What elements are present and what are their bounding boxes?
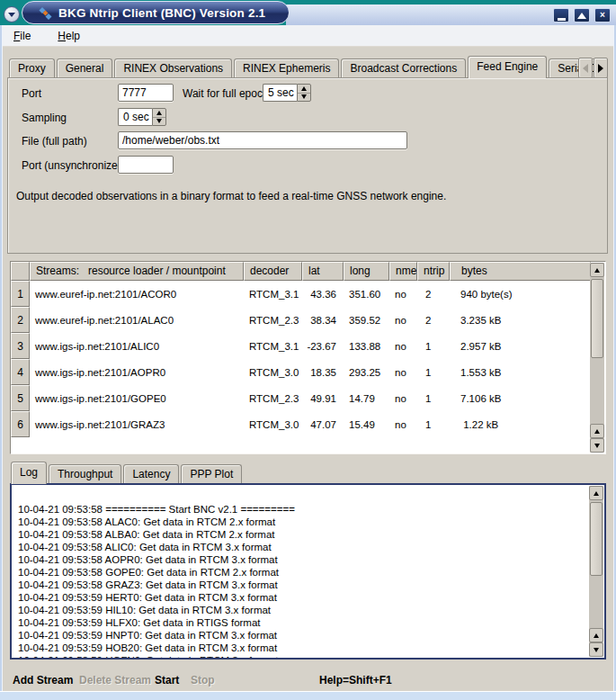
cell-long[interactable]: 359.52 <box>344 307 389 333</box>
menu-item[interactable]: Help <box>54 28 84 44</box>
header-lat[interactable]: lat <box>302 262 344 281</box>
cell-long[interactable]: 133.88 <box>344 333 389 359</box>
cell-nmea[interactable]: no <box>389 385 417 411</box>
tab-scroll-left-button[interactable] <box>578 58 593 78</box>
row-number[interactable]: 5 <box>11 385 30 411</box>
scroll-down-button[interactable] <box>590 438 604 453</box>
cell-bytes[interactable]: 7.106 kB <box>450 385 605 411</box>
cell-bytes[interactable]: 2.957 kB <box>450 333 605 359</box>
cell-long[interactable]: 14.79 <box>344 385 389 411</box>
cell-decoder[interactable]: RTCM_2.3 <box>244 307 302 333</box>
table-row[interactable]: 4 www.igs-ip.net:2101/AOPR0 RTCM_3.0 18.… <box>11 359 605 385</box>
cell-lat[interactable]: 18.35 <box>302 359 344 385</box>
cell-decoder[interactable]: RTCM_3.0 <box>244 359 302 385</box>
stop-button[interactable]: Stop <box>191 674 215 687</box>
cell-long[interactable]: 351.60 <box>344 281 389 307</box>
header-bytes[interactable]: bytes <box>450 262 591 281</box>
cell-long[interactable]: 293.25 <box>344 359 389 385</box>
row-number[interactable]: 6 <box>11 411 30 437</box>
scroll-down-button[interactable] <box>589 642 603 657</box>
cell-mountpoint[interactable]: www.euref-ip.net:2101/ACOR0 <box>30 281 244 307</box>
cell-nmea[interactable]: no <box>389 359 417 385</box>
cell-bytes[interactable]: 3.235 kB <box>450 307 605 333</box>
cell-mountpoint[interactable]: www.igs-ip.net:2101/GRAZ3 <box>30 411 244 437</box>
scrollbar-thumb[interactable] <box>591 279 603 358</box>
tab[interactable]: Log <box>11 462 47 484</box>
cell-lat[interactable]: 43.36 <box>302 281 344 307</box>
tab[interactable]: Feed Engine <box>468 56 547 78</box>
file-path-input[interactable] <box>118 131 407 149</box>
table-row[interactable]: 5 www.igs-ip.net:2101/GOPE0 RTCM_2.3 49.… <box>11 385 605 411</box>
scroll-up-button[interactable] <box>590 263 604 277</box>
cell-ntrip[interactable]: 2 <box>417 307 450 333</box>
cell-lat[interactable]: 47.07 <box>302 411 344 437</box>
cell-nmea[interactable]: no <box>389 307 417 333</box>
cell-ntrip[interactable]: 1 <box>417 385 450 411</box>
tab[interactable]: Throughput <box>49 464 121 483</box>
cell-nmea[interactable]: no <box>389 333 417 359</box>
cell-lat[interactable]: -23.67 <box>302 333 344 359</box>
delete-stream-button[interactable]: Delete Stream <box>79 674 151 687</box>
start-button[interactable]: Start <box>155 674 179 687</box>
cell-nmea[interactable]: no <box>389 411 417 437</box>
header-nmea[interactable]: nmea <box>389 262 417 281</box>
cell-mountpoint[interactable]: www.igs-ip.net:2101/GOPE0 <box>30 385 244 411</box>
cell-decoder[interactable]: RTCM_3.1 <box>244 281 302 307</box>
cell-nmea[interactable]: no <box>389 281 417 307</box>
log-output[interactable]: 10-04-21 09:53:58 ========== Start BNC v… <box>10 483 606 660</box>
row-number[interactable]: 3 <box>11 333 30 359</box>
add-stream-button[interactable]: Add Stream <box>13 674 73 687</box>
cell-ntrip[interactable]: 1 <box>417 359 450 385</box>
cell-mountpoint[interactable]: www.euref-ip.net:2101/ALAC0 <box>30 307 244 333</box>
port-input[interactable] <box>118 84 174 102</box>
row-number[interactable]: 4 <box>11 359 30 385</box>
spin-down-button[interactable] <box>153 118 165 126</box>
header-ntrip[interactable]: ntrip <box>417 262 450 281</box>
cell-bytes[interactable]: 1.22 kB <box>450 411 605 437</box>
tab[interactable]: Proxy <box>9 58 55 77</box>
header-decoder[interactable]: decoder <box>244 262 302 281</box>
tab-scroll-right-button[interactable] <box>594 58 608 78</box>
table-row[interactable]: 2 www.euref-ip.net:2101/ALAC0 RTCM_2.3 3… <box>11 307 605 333</box>
cell-decoder[interactable]: RTCM_3.0 <box>244 411 302 437</box>
cell-lat[interactable]: 49.91 <box>302 385 344 411</box>
table-row[interactable]: 1 www.euref-ip.net:2101/ACOR0 RTCM_3.1 4… <box>11 281 605 307</box>
port-unsync-input[interactable] <box>118 156 174 174</box>
scrollbar-thumb[interactable] <box>590 502 603 576</box>
cell-ntrip[interactable]: 2 <box>417 281 450 307</box>
spin-up-button[interactable] <box>298 85 310 94</box>
tab[interactable]: RINEX Ephemeris <box>234 58 339 77</box>
wait-epoch-spinbox[interactable]: 5 sec <box>263 84 311 102</box>
maximize-button[interactable] <box>574 8 590 22</box>
tab[interactable]: PPP Plot <box>181 464 242 483</box>
tab[interactable]: General <box>57 58 113 77</box>
tab[interactable]: Latency <box>123 464 179 483</box>
cell-ntrip[interactable]: 1 <box>417 333 450 359</box>
cell-bytes[interactable]: 940 byte(s) <box>450 281 605 307</box>
cell-ntrip[interactable]: 1 <box>417 411 450 437</box>
cell-mountpoint[interactable]: www.igs-ip.net:2101/AOPR0 <box>30 359 244 385</box>
cell-lat[interactable]: 38.34 <box>302 307 344 333</box>
scroll-up-button[interactable] <box>589 486 603 500</box>
cell-decoder[interactable]: RTCM_3.1 <box>244 333 302 359</box>
cell-mountpoint[interactable]: www.igs-ip.net:2101/ALIC0 <box>30 333 244 359</box>
spin-down-button[interactable] <box>298 94 310 102</box>
row-number[interactable]: 1 <box>11 281 30 307</box>
window-menu-button[interactable] <box>4 6 20 22</box>
minimize-button[interactable] <box>553 8 569 22</box>
table-row[interactable]: 3 www.igs-ip.net:2101/ALIC0 RTCM_3.1 -23… <box>11 333 605 359</box>
sampling-spinbox[interactable]: 0 sec <box>118 108 166 126</box>
cell-bytes[interactable]: 1.553 kB <box>450 359 605 385</box>
streams-scrollbar[interactable] <box>590 263 604 453</box>
cell-long[interactable]: 15.49 <box>344 411 389 437</box>
spin-up-button[interactable] <box>153 109 165 118</box>
header-mountpoint[interactable]: Streams: resource loader / mountpoint <box>30 262 244 281</box>
menu-item[interactable]: File <box>10 28 34 44</box>
tab[interactable]: Broadcast Corrections <box>341 58 466 77</box>
log-scrollbar[interactable] <box>589 486 603 657</box>
tab[interactable]: RINEX Observations <box>114 58 232 77</box>
close-button[interactable]: × <box>594 8 611 22</box>
scroll-up-button-2[interactable] <box>590 424 604 438</box>
row-number[interactable]: 2 <box>11 307 30 333</box>
cell-decoder[interactable]: RTCM_2.3 <box>244 385 302 411</box>
